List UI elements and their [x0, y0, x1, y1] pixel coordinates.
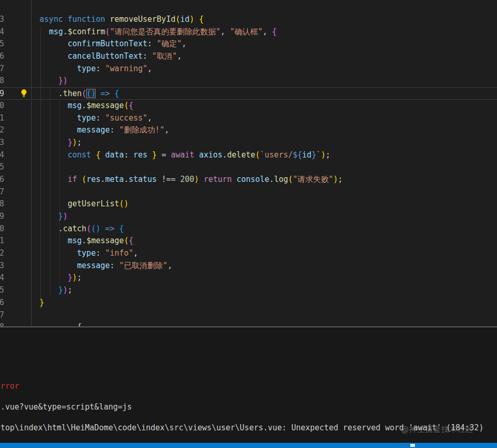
code-line[interactable]: 194 }); [0, 272, 497, 284]
code-token [30, 273, 68, 282]
vscode-window: { "colors": { "editor_background": "#1e1… [0, 0, 497, 448]
editor-pane: 173 async function removeUserById(id) {1… [0, 0, 497, 326]
code-token: type [77, 113, 96, 123]
code-line[interactable]: 187 [0, 186, 497, 199]
code-token: { [272, 27, 277, 36]
code-line[interactable]: 196 } [0, 297, 497, 309]
lightbulb-icon[interactable] [20, 89, 28, 98]
code-line[interactable]: 191 msg.$message({ [0, 235, 497, 247]
line-number: 179 [0, 88, 4, 100]
code-line[interactable]: 175 confirmButtonText: "确定", [0, 38, 497, 50]
code-text: }); [30, 285, 72, 295]
code-token: ( [176, 15, 180, 24]
code-line[interactable]: 183 }); [0, 137, 497, 149]
code-line[interactable]: 198 . { [0, 321, 497, 326]
code-line[interactable]: 184 const { data: res } = await axios.de… [0, 149, 497, 162]
code-token: ; [77, 138, 82, 147]
code-line[interactable]: 190 .catch(() => { [0, 223, 497, 235]
code-token: : [124, 150, 129, 160]
code-token [30, 138, 68, 147]
code-token: id [180, 15, 190, 24]
code-token: { [77, 322, 82, 326]
code-area: 173 async function removeUserById(id) {1… [0, 14, 497, 326]
code-token [30, 298, 39, 307]
code-token [30, 101, 68, 110]
code-token: () [91, 224, 100, 233]
code-token: ; [326, 150, 330, 160]
code-token: ${ [293, 150, 302, 160]
code-token: cancelButtonText [68, 51, 143, 61]
code-line[interactable]: 174 msg.$confirm("请问您是否真的要删除此数据", "确认框",… [0, 26, 497, 38]
code-token: const [68, 150, 91, 160]
code-line[interactable]: 193 message: "已取消删除", [0, 260, 497, 272]
code-token [166, 150, 171, 160]
code-token: async [39, 15, 63, 24]
code-token: : [110, 125, 119, 135]
code-token: ) [63, 212, 68, 221]
code-token: then [63, 89, 82, 98]
code-text: .catch(() => { [30, 224, 124, 233]
code-token: meta [105, 175, 124, 184]
code-token [129, 150, 133, 160]
code-line[interactable]: 188 getUserList() [0, 198, 497, 210]
code-line[interactable]: 195 }); [0, 284, 497, 297]
status-bar-item[interactable] [410, 444, 415, 447]
line-number: 184 [0, 149, 4, 162]
code-line[interactable]: 178 }) [0, 75, 497, 87]
code-token: data [105, 150, 124, 160]
code-token: ) [72, 138, 77, 147]
code-line[interactable]: 176 cancelButtonText: "取消", [0, 50, 497, 63]
code-line[interactable]: 197 [0, 309, 497, 322]
code-line[interactable]: 173 async function removeUserById(id) { [0, 14, 497, 26]
code-text: getUserList() [30, 199, 129, 208]
output-panel: rror .vue?vue&type=script&lang=js top\in… [0, 327, 497, 443]
code-token: . [222, 150, 227, 160]
code-token: { [199, 15, 204, 24]
code-line[interactable]: 186 if (res.meta.status !== 200) return … [0, 174, 497, 186]
code-token: . [63, 27, 68, 36]
code-token [30, 39, 68, 48]
code-token: ) [321, 150, 326, 160]
code-token: : [147, 39, 157, 48]
code-token: ( [105, 27, 110, 36]
line-number: 187 [0, 186, 4, 199]
code-token: } [39, 298, 44, 307]
code-token: msg [49, 27, 63, 36]
code-token [30, 224, 58, 233]
code-token: } [68, 138, 72, 147]
code-line[interactable]: 181 type: "success", [0, 112, 497, 125]
code-token: , [177, 51, 182, 61]
code-token: , [168, 261, 172, 270]
line-number: 190 [0, 223, 4, 235]
code-token: . [58, 224, 63, 233]
code-token: ) [194, 175, 199, 184]
code-token [30, 261, 77, 270]
code-line[interactable]: 192 type: "info", [0, 247, 497, 260]
code-token [30, 76, 58, 85]
code-text: }) [30, 212, 68, 221]
code-token: "取消" [152, 51, 177, 61]
line-number: 180 [0, 100, 4, 112]
code-token: ) [63, 76, 68, 85]
code-token [176, 175, 180, 184]
code-token [110, 89, 115, 98]
code-token: } [152, 150, 157, 160]
code-token [199, 175, 204, 184]
code-token: message [77, 261, 110, 270]
code-token [157, 175, 162, 184]
code-token [30, 125, 77, 135]
code-token: ; [68, 285, 72, 295]
code-token: : [96, 64, 105, 73]
code-token: => [100, 89, 110, 98]
code-line[interactable]: 189 }) [0, 210, 497, 223]
code-line[interactable]: 179 .then(() => { [0, 87, 497, 100]
code-line[interactable]: 177 type: "warning", [0, 63, 497, 75]
code-line[interactable]: 185 [0, 161, 497, 174]
code-line[interactable]: 182 message: "删除成功!", [0, 124, 497, 137]
code-text: msg.$message({ [30, 101, 133, 110]
status-bar[interactable] [0, 443, 497, 448]
code-token: msg [68, 101, 82, 110]
code-token: ) [190, 15, 194, 24]
line-number: 186 [0, 174, 4, 186]
code-line[interactable]: 180 msg.$message({ [0, 100, 497, 112]
